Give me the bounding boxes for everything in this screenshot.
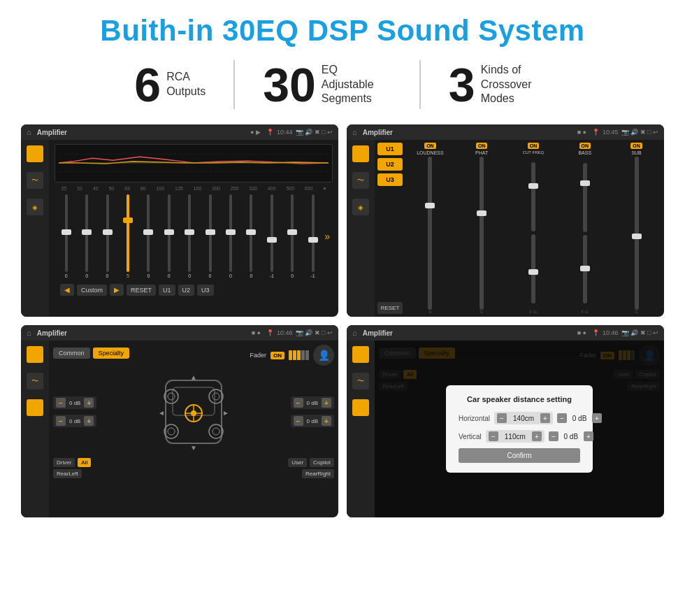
ss3-avatar-btn[interactable]: 👤 [313,345,334,366]
dialog-title: Car speaker distance setting [459,395,580,403]
ss1-icon-eq[interactable]: ⚙ [27,145,43,162]
ss3-db-rr-plus[interactable]: + [322,416,331,426]
ss3-db-rr: − 0 dB + [291,415,334,427]
ss3-all-btn[interactable]: All [78,458,91,467]
ss3-db-fr-plus[interactable]: + [322,398,331,408]
ss1-dots: ● ▶ [250,129,261,136]
vertical-minus[interactable]: − [489,431,498,441]
eq-slider-7[interactable]: 0 [180,194,198,278]
h-db-minus[interactable]: − [557,413,567,423]
ss2-topbar: ⌂ Amplifier ■ ● 📍 10:45 📷 🔊 ✖ □ ↩ [347,124,664,140]
ss4-icon-speaker[interactable]: ◈ [352,399,369,416]
ss3-db-rr-val: 0 dB [305,418,319,424]
ss4-home-icon: ⌂ [352,329,357,337]
band-bass-on[interactable]: ON [579,143,591,149]
ss3-rearleft-btn[interactable]: RearLeft [53,469,82,478]
ss2-icon-eq[interactable]: ⚙ [352,145,369,162]
eq-slider-2[interactable]: 0 [78,194,95,278]
eq-slider-13[interactable]: -1 [304,194,322,278]
band-bass-label: BASS [578,150,591,155]
horizontal-stepper: − 140cm + [494,412,553,424]
svg-point-13 [212,428,219,435]
ss2-u1-btn[interactable]: U1 [377,143,403,155]
band-phat-on[interactable]: ON [476,143,488,149]
ss1-u1-btn[interactable]: U1 [159,285,175,296]
ss3-db-rl-val: 0 dB [68,418,82,424]
ss3-db-fl-plus[interactable]: + [84,398,94,408]
eq-slider-9[interactable]: 0 [222,194,239,278]
dialog-confirm-btn[interactable]: Confirm [459,448,580,463]
eq-slider-12[interactable]: 0 [283,194,301,278]
ss3-db-fr: − 0 dB + [291,396,334,409]
eq-sliders-row: 0 0 0 5 0 0 0 0 0 0 -1 0 -1 » [55,194,333,278]
band-phat: ON PHAT G [457,143,507,314]
v-db-minus[interactable]: − [549,431,558,441]
eq-slider-4[interactable]: 5 [119,194,136,278]
band-loudness-on[interactable]: ON [424,143,436,149]
ss1-icon-speaker[interactable]: ◈ [27,199,43,215]
screenshot-2: ⌂ Amplifier ■ ● 📍 10:45 📷 🔊 ✖ □ ↩ ⚙ 〜 ◈ … [347,124,664,317]
band-sub-on[interactable]: ON [630,143,642,149]
svg-text:▲: ▲ [190,373,197,381]
eq-slider-10[interactable]: 0 [243,194,260,278]
ss2-home-icon: ⌂ [352,128,357,136]
ss3-db-rl-plus[interactable]: + [84,416,94,426]
vertical-plus[interactable]: + [532,431,542,441]
ss3-copilot-btn[interactable]: Copilot [310,458,334,467]
ss1-u2-btn[interactable]: U2 [178,285,195,296]
ss1-custom-btn[interactable]: Custom [77,285,107,296]
ss2-u3-btn[interactable]: U3 [377,173,403,186]
ss3-tab-common[interactable]: Common [53,348,90,359]
eq-slider-11[interactable]: -1 [263,194,280,278]
main-title: Buith-in 30EQ DSP Sound System [21,14,664,48]
ss1-sidebar: ⚙ 〜 ◈ [21,140,49,317]
eq-slider-5[interactable]: 0 [140,194,157,278]
ss1-icon-wave[interactable]: 〜 [27,172,43,189]
eq-freq-labels: 25 32 40 50 63 80 100 125 160 200 250 32… [55,185,333,192]
ss3-sidebar: ⚙ 〜 ◈ [21,341,49,517]
ss3-db-rr-minus[interactable]: − [294,416,303,426]
ss3-user-btn[interactable]: User [288,458,307,467]
fader-bars [289,350,309,360]
ss1-prev-btn[interactable]: ◀ [60,284,74,296]
ss1-next-btn[interactable]: ▶ [110,284,124,296]
ss3-db-fl-minus[interactable]: − [56,398,66,408]
eq-slider-1[interactable]: 0 [57,194,75,278]
v-db-plus[interactable]: + [584,431,593,441]
ss1-reset-btn[interactable]: RESET [127,285,156,296]
horizontal-minus[interactable]: − [497,413,507,423]
eq-slider-3[interactable]: 0 [99,194,116,278]
band-bass: ON BASS [560,143,610,314]
ss4-topbar: ⌂ Amplifier ■ ● 📍 10:46 📷 🔊 ✖ □ ↩ [347,325,664,341]
stat-eq: 30 EQ Adjustable Segments [235,61,419,108]
ss4-icon-eq[interactable]: ⚙ [352,346,369,363]
ss3-icon-eq[interactable]: ⚙ [27,346,43,363]
h-db-plus[interactable]: + [592,413,602,423]
ss3-tab-specialty[interactable]: Specialty [93,348,130,359]
v-db-value: 0 dB [561,433,582,440]
ss3-rearright-btn[interactable]: RearRight [302,469,334,478]
ss3-icon-wave[interactable]: 〜 [27,373,43,389]
ss1-bottom-bar: ◀ Custom ▶ RESET U1 U2 U3 [55,281,333,299]
ss3-db-rl-minus[interactable]: − [56,416,66,426]
eq-expand-icon[interactable]: » [324,231,330,242]
screenshot-1: ⌂ Amplifier ● ▶ 📍 10:44 📷 🔊 ✖ □ ↩ ⚙ 〜 ◈ [21,124,338,317]
band-loudness-label: LOUDNESS [417,150,444,155]
ss3-db-rl: − 0 dB + [53,415,96,427]
eq-slider-6[interactable]: 0 [160,194,178,278]
ss4-icon-wave[interactable]: 〜 [352,373,369,389]
ss2-icon-speaker[interactable]: ◈ [352,199,369,215]
ss1-u3-btn[interactable]: U3 [197,285,214,296]
ss3-icon-speaker[interactable]: ◈ [27,399,43,416]
eq-slider-8[interactable]: 0 [201,194,219,278]
ss2-icon-wave[interactable]: 〜 [352,172,369,189]
band-cutfreq-on[interactable]: ON [528,143,540,149]
ss3-driver-btn[interactable]: Driver [53,458,75,467]
ss3-db-fr-minus[interactable]: − [294,398,303,408]
ss2-u2-btn[interactable]: U2 [377,158,403,171]
fader-on-badge[interactable]: ON [271,352,284,359]
ss2-reset-btn[interactable]: RESET [377,302,403,314]
horizontal-plus[interactable]: + [540,413,550,423]
ss4-sidebar: ⚙ 〜 ◈ [347,341,375,517]
distance-dialog: Car speaker distance setting Horizontal … [446,385,593,473]
